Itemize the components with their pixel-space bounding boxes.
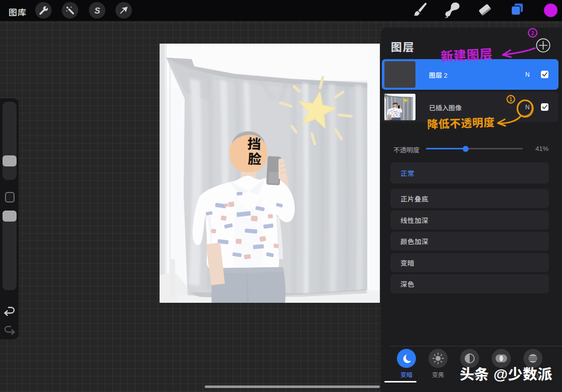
- svg-text:S: S: [94, 6, 100, 15]
